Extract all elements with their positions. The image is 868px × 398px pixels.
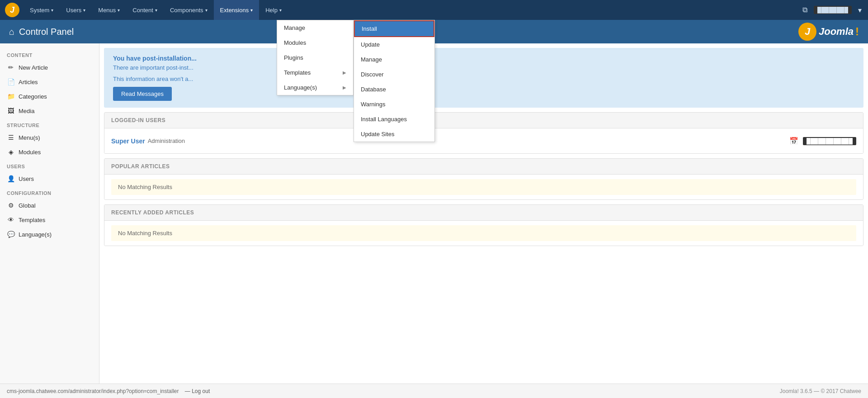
status-bar-left: cms-joomla.chatwee.com/administrator/ind… <box>7 388 780 394</box>
sidebar-item-media[interactable]: 🖼 Media <box>0 104 99 118</box>
templates-icon: 👁 <box>7 216 15 223</box>
popular-articles-body: No Matching Results <box>104 175 863 199</box>
sidebar-item-new-article[interactable]: ✏ New Article <box>0 60 99 75</box>
user-icon[interactable]: ▾ <box>856 4 863 16</box>
nav-content[interactable]: Content ▾ <box>126 0 164 20</box>
svg-text:J: J <box>10 5 15 14</box>
articles-icon: 📄 <box>7 78 15 85</box>
extensions-templates-item[interactable]: Templates ▶ <box>277 65 353 80</box>
user-role: Administration <box>148 137 185 144</box>
svg-text:J: J <box>805 26 811 37</box>
sidebar-item-categories[interactable]: 📁 Categories <box>0 89 99 104</box>
logged-in-user-row: Super User Administration 📅 ████████████ <box>111 133 856 149</box>
notice-title: You have post-installation... <box>113 55 854 62</box>
sidebar-item-articles[interactable]: 📄 Articles <box>0 75 99 89</box>
nav-right: ⧉ ████████ ▾ <box>801 4 863 16</box>
users-caret: ▾ <box>83 8 85 13</box>
sidebar-section-configuration: CONFIGURATION <box>0 186 99 198</box>
extensions-manage-item[interactable]: Manage <box>277 20 353 35</box>
extensions-secondary-menu: Install Update Manage Discover Database … <box>354 20 435 142</box>
categories-icon: 📁 <box>7 93 15 100</box>
popular-articles-section: POPULAR ARTICLES No Matching Results <box>104 158 863 200</box>
sidebar: CONTENT ✏ New Article 📄 Articles 📁 Categ… <box>0 43 99 384</box>
nav-components[interactable]: Components ▾ <box>164 0 214 20</box>
sidebar-item-templates[interactable]: 👁 Templates <box>0 213 99 227</box>
templates-sub-arrow: ▶ <box>343 70 346 75</box>
global-icon: ⚙ <box>7 202 15 209</box>
read-messages-button[interactable]: Read Messages <box>113 87 172 101</box>
joomla-logo-icon: J <box>798 22 817 41</box>
system-caret: ▾ <box>51 8 53 13</box>
recently-added-header: RECENTLY ADDED ARTICLES <box>104 205 863 221</box>
nav-users[interactable]: Users ▾ <box>60 0 92 20</box>
calendar-icon: 📅 <box>789 137 798 145</box>
popular-articles-header: POPULAR ARTICLES <box>104 159 863 175</box>
extensions-modules-item[interactable]: Modules <box>277 35 353 50</box>
notice-body1: There are important post-inst... <box>113 64 854 71</box>
extensions-update-sites-item[interactable]: Update Sites <box>354 127 434 142</box>
extensions-update-item[interactable]: Update <box>354 37 434 52</box>
extensions-caret: ▾ <box>250 8 253 13</box>
languages-sub-arrow: ▶ <box>343 85 346 90</box>
logged-in-users-body: Super User Administration 📅 ████████████ <box>104 128 863 153</box>
extensions-languages-item[interactable]: Language(s) ▶ <box>277 80 353 95</box>
content-area: You have post-installation... There are … <box>99 43 868 384</box>
top-navbar: J System ▾ Users ▾ Menus ▾ Content ▾ Com… <box>0 0 868 20</box>
page-title: Control Panel <box>19 27 74 37</box>
extensions-install-item[interactable]: Install <box>354 20 434 37</box>
nav-help[interactable]: Help ▾ <box>259 0 288 20</box>
status-bar: cms-joomla.chatwee.com/administrator/ind… <box>0 384 868 398</box>
help-caret: ▾ <box>279 8 282 13</box>
logged-in-users-section: LOGGED-IN USERS Super User Administratio… <box>104 112 863 154</box>
redacted-email: ████████████ <box>803 137 856 145</box>
popular-no-results: No Matching Results <box>111 179 856 195</box>
extensions-install-languages-item[interactable]: Install Languages <box>354 112 434 127</box>
home-icon: ⌂ <box>9 27 14 37</box>
logout-button[interactable]: — Log out <box>180 388 214 394</box>
joomla-small-icon: J <box>5 2 20 18</box>
status-bar-right: Joomla! 3.6.5 — © 2017 Chatwee <box>780 388 861 394</box>
languages-icon: 💬 <box>7 231 15 238</box>
recently-added-body: No Matching Results <box>104 221 863 246</box>
sidebar-item-languages[interactable]: 💬 Language(s) <box>0 227 99 242</box>
joomla-brand: J Joomla! <box>798 22 859 41</box>
nav-menus[interactable]: Menus ▾ <box>92 0 126 20</box>
sidebar-item-modules[interactable]: ◈ Modules <box>0 145 99 159</box>
joomla-exclamation: ! <box>855 25 859 38</box>
sidebar-item-users[interactable]: 👤 Users <box>0 171 99 186</box>
sidebar-item-menus[interactable]: ☰ Menu(s) <box>0 130 99 145</box>
external-link-icon[interactable]: ⧉ <box>801 4 809 16</box>
modules-icon: ◈ <box>7 148 15 156</box>
nav-extensions[interactable]: Extensions ▾ <box>214 0 259 20</box>
nav-system[interactable]: System ▾ <box>24 0 60 20</box>
edit-icon: ✏ <box>7 64 15 71</box>
components-caret: ▾ <box>205 8 208 13</box>
extensions-database-item[interactable]: Database <box>354 82 434 97</box>
user-name: Super User <box>111 137 145 145</box>
extensions-warnings-item[interactable]: Warnings <box>354 97 434 112</box>
extensions-primary-menu: Manage Modules Plugins Templates ▶ Langu… <box>277 20 354 95</box>
extensions-manage2-item[interactable]: Manage <box>354 52 434 67</box>
recently-added-no-results: No Matching Results <box>111 225 856 241</box>
nav-items: System ▾ Users ▾ Menus ▾ Content ▾ Compo… <box>24 0 801 20</box>
extensions-plugins-item[interactable]: Plugins <box>277 50 353 65</box>
menus-icon: ☰ <box>7 134 15 141</box>
media-icon: 🖼 <box>7 107 15 114</box>
users-sidebar-icon: 👤 <box>7 175 15 182</box>
content-caret: ▾ <box>155 8 157 13</box>
post-install-notice: You have post-installation... There are … <box>104 48 863 108</box>
status-url: cms-joomla.chatwee.com/administrator/ind… <box>7 388 179 394</box>
notice-body2: This information area won't a... <box>113 76 854 82</box>
sidebar-section-users: USERS <box>0 159 99 171</box>
sidebar-item-global[interactable]: ⚙ Global <box>0 198 99 213</box>
logged-in-users-header: LOGGED-IN USERS <box>104 113 863 128</box>
extensions-discover-item[interactable]: Discover <box>354 67 434 82</box>
menus-caret: ▾ <box>118 8 120 13</box>
joomla-text: Joomla <box>819 26 854 38</box>
sidebar-section-content: CONTENT <box>0 48 99 60</box>
extensions-dropdown: Manage Modules Plugins Templates ▶ Langu… <box>277 20 354 95</box>
recently-added-section: RECENTLY ADDED ARTICLES No Matching Resu… <box>104 204 863 246</box>
sidebar-section-structure: STRUCTURE <box>0 118 99 130</box>
redacted-nav-bar: ████████ <box>814 6 852 14</box>
